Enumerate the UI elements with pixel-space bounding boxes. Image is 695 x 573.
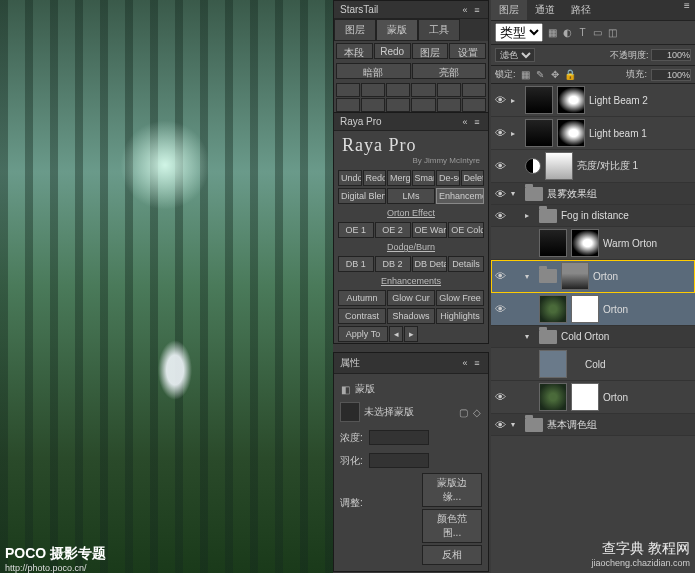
st-cell[interactable] [336, 83, 360, 97]
st-btn[interactable]: 本段 [336, 43, 373, 59]
st-cell[interactable] [336, 98, 360, 112]
layer-name[interactable]: Light Beam 2 [589, 95, 648, 106]
layer-thumb[interactable] [525, 119, 553, 147]
layer-name[interactable]: Fog in distance [561, 210, 629, 221]
filter-adjust-icon[interactable]: ◐ [562, 27, 573, 38]
st-cell[interactable] [437, 83, 461, 97]
st-tab-mask[interactable]: 蒙版 [376, 19, 418, 41]
st-cell[interactable] [462, 83, 486, 97]
density-input[interactable] [369, 430, 429, 445]
mask-thumb[interactable] [557, 119, 585, 147]
layer-group[interactable]: ▾ Cold Orton [491, 326, 695, 348]
visibility-toggle[interactable]: 👁 [493, 127, 507, 139]
mask-thumb[interactable] [545, 152, 573, 180]
st-btn[interactable]: 图层 [412, 43, 449, 59]
db2-button[interactable]: DB 2 [375, 256, 411, 272]
layer-thumb[interactable] [539, 383, 567, 411]
layer-group[interactable]: 👁 ▾ 基本调色组 [491, 414, 695, 436]
menu-icon[interactable]: ≡ [472, 5, 482, 15]
layer-row[interactable]: Cold [491, 348, 695, 381]
expand-icon[interactable]: ▾ [525, 272, 535, 281]
oe2-button[interactable]: OE 2 [375, 222, 411, 238]
visibility-toggle[interactable]: 👁 [493, 391, 507, 403]
layer-name[interactable]: Orton [593, 271, 618, 282]
layer-row[interactable]: 👁 ▾ Orton [491, 260, 695, 293]
glow-free-button[interactable]: Glow Free [436, 290, 484, 306]
fill-input[interactable] [651, 69, 691, 81]
st-cell[interactable] [386, 83, 410, 97]
lock-pixels-icon[interactable]: ✎ [535, 69, 546, 80]
oe-cold-button[interactable]: OE Cold [448, 222, 484, 238]
layer-name[interactable]: 基本调色组 [547, 418, 597, 432]
layer-thumb[interactable] [525, 86, 553, 114]
visibility-toggle[interactable]: 👁 [493, 188, 507, 200]
feather-input[interactable] [369, 453, 429, 468]
starstail-header[interactable]: StarsTail « ≡ [334, 1, 488, 19]
menu-icon[interactable]: ≡ [472, 358, 482, 368]
layer-thumb[interactable] [539, 350, 567, 378]
st-cell[interactable] [386, 98, 410, 112]
autumn-button[interactable]: Autumn [338, 290, 386, 306]
layer-name[interactable]: 晨雾效果组 [547, 187, 597, 201]
color-range-button[interactable]: 颜色范围... [422, 509, 482, 543]
blend-mode-select[interactable]: 滤色 [495, 48, 535, 62]
pixel-mask-icon[interactable]: ▢ [458, 407, 469, 418]
filter-shape-icon[interactable]: ▭ [592, 27, 603, 38]
st-cell[interactable] [411, 98, 435, 112]
st-cell[interactable] [462, 98, 486, 112]
collapse-icon[interactable]: « [460, 5, 470, 15]
st-btn[interactable]: 设置 [449, 43, 486, 59]
mask-edge-button[interactable]: 蒙版边缘... [422, 473, 482, 507]
visibility-toggle[interactable]: 👁 [493, 94, 507, 106]
visibility-toggle[interactable]: 👁 [493, 160, 507, 172]
visibility-toggle[interactable]: 👁 [493, 210, 507, 222]
mask-thumb[interactable] [561, 262, 589, 290]
highlights-button[interactable]: Highlights [436, 308, 484, 324]
shadows-button[interactable]: Shadows [387, 308, 435, 324]
layer-thumb[interactable] [539, 295, 567, 323]
adjustment-icon[interactable] [525, 158, 541, 174]
st-btn[interactable]: Redo [374, 43, 411, 59]
layer-name[interactable]: Cold Orton [561, 331, 609, 342]
layer-row[interactable]: 👁 ▸ Light Beam 2 [491, 84, 695, 117]
mask-thumb[interactable] [571, 295, 599, 323]
layer-name[interactable]: Cold [585, 359, 606, 370]
expand-icon[interactable]: ▸ [511, 129, 521, 138]
contrast-button[interactable]: Contrast [338, 308, 386, 324]
apply-to-button[interactable]: Apply To [338, 326, 388, 342]
layer-name[interactable]: Orton [603, 304, 628, 315]
expand-icon[interactable]: ▾ [511, 189, 521, 198]
st-tab-layer[interactable]: 图层 [334, 19, 376, 41]
filter-type-icon[interactable]: T [577, 27, 588, 38]
mask-thumb[interactable] [571, 383, 599, 411]
layer-group[interactable]: 👁 ▾ 晨雾效果组 [491, 183, 695, 205]
layer-row[interactable]: Warm Orton [491, 227, 695, 260]
layer-list[interactable]: 👁 ▸ Light Beam 2 👁 ▸ Light beam 1 👁 亮度/对… [491, 84, 695, 564]
lock-transparent-icon[interactable]: ▦ [520, 69, 531, 80]
expand-icon[interactable]: ▾ [525, 332, 535, 341]
oe-warm-button[interactable]: OE Warm [412, 222, 448, 238]
visibility-toggle[interactable]: 👁 [493, 419, 507, 431]
mask-thumb[interactable] [557, 86, 585, 114]
db-details-button[interactable]: DB Details [412, 256, 448, 272]
layer-row[interactable]: 👁 Orton [491, 381, 695, 414]
st-cell[interactable] [361, 83, 385, 97]
lock-position-icon[interactable]: ✥ [550, 69, 561, 80]
invert-button[interactable]: 反相 [422, 545, 482, 565]
st-btn[interactable]: 亮部 [412, 63, 487, 79]
st-cell[interactable] [437, 98, 461, 112]
expand-icon[interactable]: ▾ [511, 420, 521, 429]
apply-prev-button[interactable]: ◂ [389, 326, 403, 342]
filter-kind-select[interactable]: 类型 [495, 23, 543, 42]
vector-mask-icon[interactable]: ◇ [471, 407, 482, 418]
filter-smart-icon[interactable]: ◫ [607, 27, 618, 38]
collapse-icon[interactable]: « [460, 117, 470, 127]
tab-layers[interactable]: 图层 [491, 0, 527, 20]
layer-group[interactable]: 👁 ▸ Fog in distance [491, 205, 695, 227]
visibility-toggle[interactable]: 👁 [493, 270, 507, 282]
layer-row[interactable]: 👁 亮度/对比度 1 [491, 150, 695, 183]
oe1-button[interactable]: OE 1 [338, 222, 374, 238]
props-header[interactable]: 属性 « ≡ [334, 353, 488, 374]
filter-pixel-icon[interactable]: ▦ [547, 27, 558, 38]
lock-all-icon[interactable]: 🔒 [565, 69, 576, 80]
